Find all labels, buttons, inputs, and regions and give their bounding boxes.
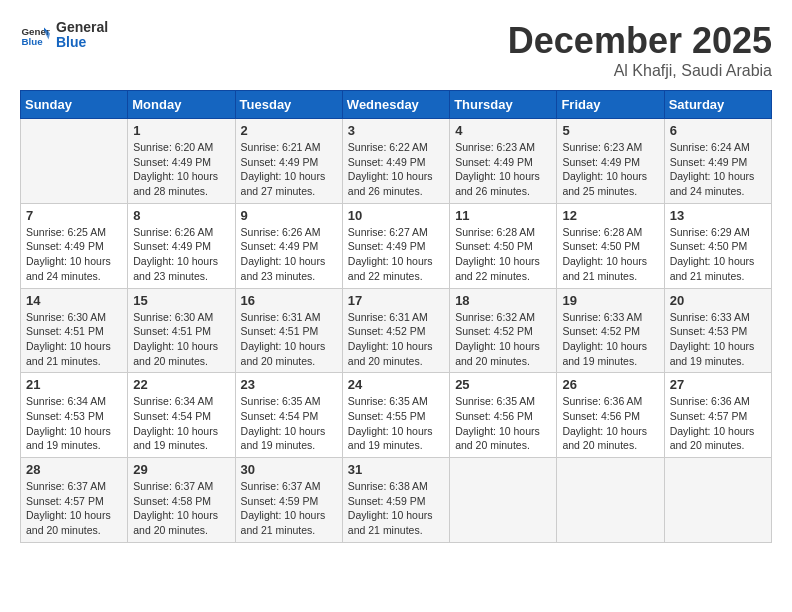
calendar-cell: 20Sunrise: 6:33 AM Sunset: 4:53 PM Dayli… — [664, 288, 771, 373]
day-number: 14 — [26, 293, 122, 308]
day-info: Sunrise: 6:36 AM Sunset: 4:57 PM Dayligh… — [670, 394, 766, 453]
calendar-table: SundayMondayTuesdayWednesdayThursdayFrid… — [20, 90, 772, 543]
day-info: Sunrise: 6:34 AM Sunset: 4:53 PM Dayligh… — [26, 394, 122, 453]
day-number: 25 — [455, 377, 551, 392]
day-info: Sunrise: 6:31 AM Sunset: 4:52 PM Dayligh… — [348, 310, 444, 369]
day-number: 11 — [455, 208, 551, 223]
calendar-cell: 5Sunrise: 6:23 AM Sunset: 4:49 PM Daylig… — [557, 119, 664, 204]
day-number: 1 — [133, 123, 229, 138]
calendar-cell: 8Sunrise: 6:26 AM Sunset: 4:49 PM Daylig… — [128, 203, 235, 288]
day-number: 2 — [241, 123, 337, 138]
calendar-cell: 14Sunrise: 6:30 AM Sunset: 4:51 PM Dayli… — [21, 288, 128, 373]
title-block: December 2025 Al Khafji, Saudi Arabia — [508, 20, 772, 80]
calendar-cell: 2Sunrise: 6:21 AM Sunset: 4:49 PM Daylig… — [235, 119, 342, 204]
day-info: Sunrise: 6:37 AM Sunset: 4:57 PM Dayligh… — [26, 479, 122, 538]
day-number: 24 — [348, 377, 444, 392]
day-number: 19 — [562, 293, 658, 308]
calendar-cell — [450, 458, 557, 543]
day-info: Sunrise: 6:30 AM Sunset: 4:51 PM Dayligh… — [26, 310, 122, 369]
location-subtitle: Al Khafji, Saudi Arabia — [508, 62, 772, 80]
logo: General Blue General Blue — [20, 20, 108, 51]
calendar-cell: 27Sunrise: 6:36 AM Sunset: 4:57 PM Dayli… — [664, 373, 771, 458]
calendar-cell: 6Sunrise: 6:24 AM Sunset: 4:49 PM Daylig… — [664, 119, 771, 204]
day-info: Sunrise: 6:34 AM Sunset: 4:54 PM Dayligh… — [133, 394, 229, 453]
day-info: Sunrise: 6:35 AM Sunset: 4:56 PM Dayligh… — [455, 394, 551, 453]
day-number: 21 — [26, 377, 122, 392]
weekday-header-tuesday: Tuesday — [235, 91, 342, 119]
day-info: Sunrise: 6:25 AM Sunset: 4:49 PM Dayligh… — [26, 225, 122, 284]
day-number: 12 — [562, 208, 658, 223]
day-info: Sunrise: 6:33 AM Sunset: 4:53 PM Dayligh… — [670, 310, 766, 369]
page-header: General Blue General Blue December 2025 … — [20, 20, 772, 80]
calendar-cell: 19Sunrise: 6:33 AM Sunset: 4:52 PM Dayli… — [557, 288, 664, 373]
day-number: 22 — [133, 377, 229, 392]
day-info: Sunrise: 6:28 AM Sunset: 4:50 PM Dayligh… — [455, 225, 551, 284]
day-info: Sunrise: 6:33 AM Sunset: 4:52 PM Dayligh… — [562, 310, 658, 369]
month-title: December 2025 — [508, 20, 772, 62]
day-info: Sunrise: 6:32 AM Sunset: 4:52 PM Dayligh… — [455, 310, 551, 369]
day-number: 28 — [26, 462, 122, 477]
day-number: 26 — [562, 377, 658, 392]
calendar-cell: 16Sunrise: 6:31 AM Sunset: 4:51 PM Dayli… — [235, 288, 342, 373]
weekday-header-wednesday: Wednesday — [342, 91, 449, 119]
day-info: Sunrise: 6:26 AM Sunset: 4:49 PM Dayligh… — [241, 225, 337, 284]
calendar-cell: 23Sunrise: 6:35 AM Sunset: 4:54 PM Dayli… — [235, 373, 342, 458]
calendar-cell: 28Sunrise: 6:37 AM Sunset: 4:57 PM Dayli… — [21, 458, 128, 543]
week-row-1: 1Sunrise: 6:20 AM Sunset: 4:49 PM Daylig… — [21, 119, 772, 204]
day-number: 18 — [455, 293, 551, 308]
day-info: Sunrise: 6:31 AM Sunset: 4:51 PM Dayligh… — [241, 310, 337, 369]
day-info: Sunrise: 6:30 AM Sunset: 4:51 PM Dayligh… — [133, 310, 229, 369]
calendar-cell: 17Sunrise: 6:31 AM Sunset: 4:52 PM Dayli… — [342, 288, 449, 373]
calendar-cell: 26Sunrise: 6:36 AM Sunset: 4:56 PM Dayli… — [557, 373, 664, 458]
weekday-header-saturday: Saturday — [664, 91, 771, 119]
day-info: Sunrise: 6:37 AM Sunset: 4:58 PM Dayligh… — [133, 479, 229, 538]
week-row-2: 7Sunrise: 6:25 AM Sunset: 4:49 PM Daylig… — [21, 203, 772, 288]
day-info: Sunrise: 6:23 AM Sunset: 4:49 PM Dayligh… — [455, 140, 551, 199]
day-info: Sunrise: 6:22 AM Sunset: 4:49 PM Dayligh… — [348, 140, 444, 199]
calendar-cell: 18Sunrise: 6:32 AM Sunset: 4:52 PM Dayli… — [450, 288, 557, 373]
day-info: Sunrise: 6:24 AM Sunset: 4:49 PM Dayligh… — [670, 140, 766, 199]
day-info: Sunrise: 6:36 AM Sunset: 4:56 PM Dayligh… — [562, 394, 658, 453]
day-number: 4 — [455, 123, 551, 138]
weekday-header-monday: Monday — [128, 91, 235, 119]
calendar-cell: 1Sunrise: 6:20 AM Sunset: 4:49 PM Daylig… — [128, 119, 235, 204]
calendar-cell: 21Sunrise: 6:34 AM Sunset: 4:53 PM Dayli… — [21, 373, 128, 458]
day-info: Sunrise: 6:20 AM Sunset: 4:49 PM Dayligh… — [133, 140, 229, 199]
day-info: Sunrise: 6:29 AM Sunset: 4:50 PM Dayligh… — [670, 225, 766, 284]
week-row-3: 14Sunrise: 6:30 AM Sunset: 4:51 PM Dayli… — [21, 288, 772, 373]
day-number: 30 — [241, 462, 337, 477]
day-info: Sunrise: 6:21 AM Sunset: 4:49 PM Dayligh… — [241, 140, 337, 199]
calendar-cell: 11Sunrise: 6:28 AM Sunset: 4:50 PM Dayli… — [450, 203, 557, 288]
day-info: Sunrise: 6:27 AM Sunset: 4:49 PM Dayligh… — [348, 225, 444, 284]
day-info: Sunrise: 6:23 AM Sunset: 4:49 PM Dayligh… — [562, 140, 658, 199]
weekday-header-row: SundayMondayTuesdayWednesdayThursdayFrid… — [21, 91, 772, 119]
day-number: 3 — [348, 123, 444, 138]
calendar-cell: 12Sunrise: 6:28 AM Sunset: 4:50 PM Dayli… — [557, 203, 664, 288]
day-number: 8 — [133, 208, 229, 223]
calendar-cell: 22Sunrise: 6:34 AM Sunset: 4:54 PM Dayli… — [128, 373, 235, 458]
day-info: Sunrise: 6:26 AM Sunset: 4:49 PM Dayligh… — [133, 225, 229, 284]
logo-icon: General Blue — [20, 23, 50, 47]
day-number: 29 — [133, 462, 229, 477]
day-info: Sunrise: 6:38 AM Sunset: 4:59 PM Dayligh… — [348, 479, 444, 538]
calendar-cell — [557, 458, 664, 543]
calendar-cell: 7Sunrise: 6:25 AM Sunset: 4:49 PM Daylig… — [21, 203, 128, 288]
calendar-cell: 29Sunrise: 6:37 AM Sunset: 4:58 PM Dayli… — [128, 458, 235, 543]
calendar-cell — [21, 119, 128, 204]
logo-general: General — [56, 19, 108, 35]
day-number: 5 — [562, 123, 658, 138]
week-row-5: 28Sunrise: 6:37 AM Sunset: 4:57 PM Dayli… — [21, 458, 772, 543]
day-number: 6 — [670, 123, 766, 138]
weekday-header-thursday: Thursday — [450, 91, 557, 119]
day-number: 13 — [670, 208, 766, 223]
day-info: Sunrise: 6:35 AM Sunset: 4:55 PM Dayligh… — [348, 394, 444, 453]
week-row-4: 21Sunrise: 6:34 AM Sunset: 4:53 PM Dayli… — [21, 373, 772, 458]
calendar-cell: 13Sunrise: 6:29 AM Sunset: 4:50 PM Dayli… — [664, 203, 771, 288]
day-number: 15 — [133, 293, 229, 308]
day-number: 10 — [348, 208, 444, 223]
calendar-cell — [664, 458, 771, 543]
calendar-cell: 10Sunrise: 6:27 AM Sunset: 4:49 PM Dayli… — [342, 203, 449, 288]
day-number: 17 — [348, 293, 444, 308]
calendar-cell: 3Sunrise: 6:22 AM Sunset: 4:49 PM Daylig… — [342, 119, 449, 204]
day-info: Sunrise: 6:35 AM Sunset: 4:54 PM Dayligh… — [241, 394, 337, 453]
